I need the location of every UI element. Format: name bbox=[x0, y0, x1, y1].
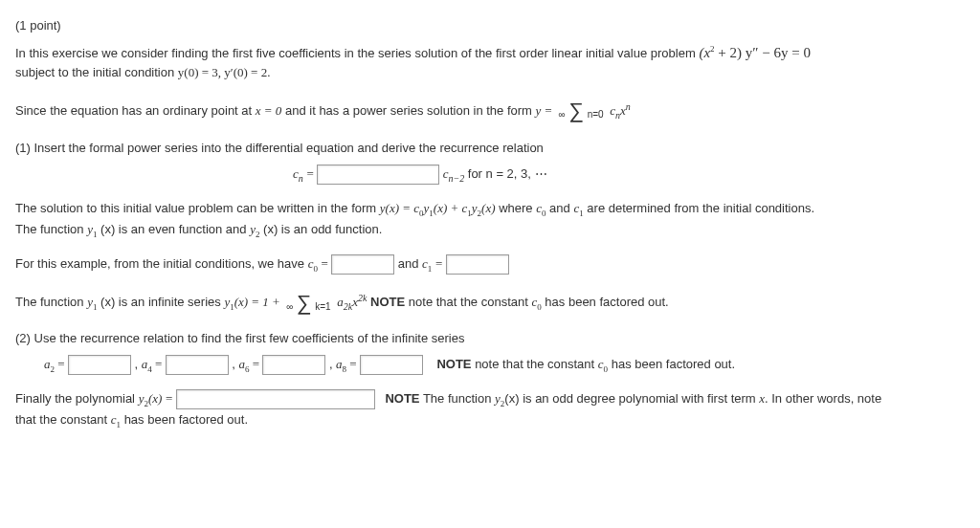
initial-conditions: y(0) = 3, y′(0) = 2. bbox=[178, 65, 271, 79]
coefficients-line: a2 = , a4 = , a6 = , a8 = NOTE note that… bbox=[15, 355, 965, 376]
sigma-icon: ∞ ∑ n=0 bbox=[559, 102, 604, 120]
a4-input[interactable] bbox=[166, 355, 229, 375]
intro-text-1: In this exercise we consider finding the… bbox=[15, 46, 699, 60]
initial-cond-line: For this example, from the initial condi… bbox=[15, 254, 965, 275]
question-2: (2) Use the recurrence relation to find … bbox=[15, 329, 965, 348]
since-a: Since the equation has an ordinary point… bbox=[15, 103, 256, 118]
a2-input[interactable] bbox=[68, 355, 131, 375]
y2-input[interactable] bbox=[176, 389, 375, 409]
recurrence-line: cn = cn−2 for n = 2, 3, ⋯ bbox=[15, 165, 965, 186]
question-1: (1) Insert the formal power series into … bbox=[15, 139, 965, 158]
sigma-icon-2: ∞ ∑ k=1 bbox=[286, 295, 330, 312]
for-n: for n = 2, 3, ⋯ bbox=[468, 166, 547, 181]
a6-input[interactable] bbox=[262, 355, 325, 375]
solution-form: The solution to this initial value probl… bbox=[15, 199, 965, 241]
points-label: (1 point) bbox=[15, 16, 965, 35]
x-eq-0: x = 0 bbox=[256, 103, 282, 118]
c0-input[interactable] bbox=[331, 254, 394, 275]
ordinary-point-text: Since the equation has an ordinary point… bbox=[15, 99, 965, 122]
ode-equation: (x2 + 2) y″ − 6y = 0 bbox=[699, 45, 811, 60]
recurrence-input[interactable] bbox=[317, 165, 439, 185]
since-b: and it has a power series solution in th… bbox=[285, 103, 536, 118]
c1-input[interactable] bbox=[446, 254, 509, 275]
cn-label: cn bbox=[293, 166, 303, 181]
cn-2-label: cn−2 bbox=[443, 166, 465, 181]
y1-series-line: The function y1 (x) is an infinite serie… bbox=[15, 291, 965, 314]
y-eq: y = bbox=[536, 103, 556, 118]
finally-line: Finally the polynomial y2(x) = NOTE The … bbox=[15, 389, 965, 431]
problem-intro: In this exercise we consider finding the… bbox=[15, 42, 965, 82]
intro-text-2: subject to the initial condition bbox=[15, 65, 178, 79]
cnxn: cnxn bbox=[610, 103, 631, 118]
a8-input[interactable] bbox=[360, 355, 423, 375]
